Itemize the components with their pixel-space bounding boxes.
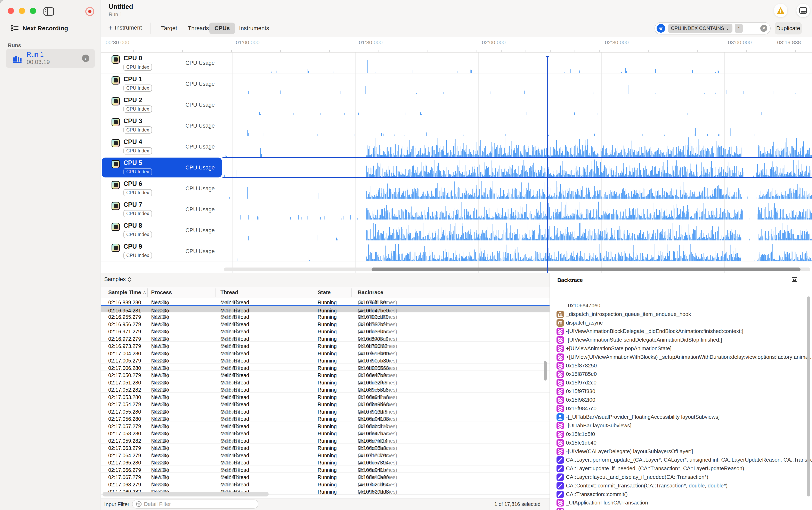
- table-row[interactable]: 02:17.058.280New.Do(11336)Main Thread0x1…: [101, 429, 549, 436]
- table-row[interactable]: 02:17.059.282New.Do(11336)Main Thread0x1…: [101, 436, 549, 444]
- cpu-usage-chart[interactable]: [222, 94, 812, 115]
- backtrace-frame[interactable]: -[_UITabBarVisualProvider_FloatingAccess…: [550, 413, 812, 422]
- table-row[interactable]: 02:17.066.279New.Do(11336)Main Thread0x1…: [101, 465, 549, 473]
- table-row[interactable]: 02:16.954.281New.Do(11336)Main Thread0x1…: [101, 305, 549, 313]
- tab-target[interactable]: Target: [156, 23, 182, 34]
- backtrace-frame[interactable]: _UIApplicationFlushCATransaction: [550, 499, 812, 507]
- cpu-usage-chart[interactable]: [222, 115, 812, 136]
- duplicate-button[interactable]: Duplicate: [775, 22, 802, 34]
- cpu-usage-chart[interactable]: [222, 74, 812, 94]
- table-row[interactable]: 02:17.055.280New.Do(11336)Main Thread0x1…: [101, 407, 549, 415]
- cpu-usage-chart[interactable]: [222, 53, 812, 74]
- samples-hscrollbar-thumb[interactable]: [102, 492, 269, 497]
- timeline-ruler[interactable]: 00:30.00001:00.00001:30.00002:00.00002:3…: [101, 37, 812, 53]
- table-row[interactable]: 02:17.005.279New.Do(11336)Main Thread0x1…: [101, 356, 549, 364]
- backtrace-frame[interactable]: CA::Layer::layout_and_display_if_needed(…: [550, 473, 812, 482]
- column-process[interactable]: Process: [151, 289, 172, 295]
- detail-filter-input[interactable]: Detail Filter: [132, 500, 258, 509]
- track-header[interactable]: CPU 1CPU IndexCPU Usage: [103, 74, 222, 94]
- cpu-usage-chart[interactable]: [222, 241, 812, 262]
- timeline-scrollbar-thumb[interactable]: [371, 267, 801, 271]
- backtrace-frame[interactable]: CA::Layer::update_if_needed_(CA::Transac…: [550, 464, 812, 473]
- table-row[interactable]: 02:16.956.279New.Do(11336)Main Thread0x1…: [101, 320, 549, 327]
- clear-filter-icon[interactable]: ✕: [760, 25, 767, 32]
- track-row-cpu-2[interactable]: CPU 2CPU IndexCPU Usage: [101, 94, 812, 115]
- backtrace-frame[interactable]: 0x15f9847c0: [550, 404, 812, 413]
- backtrace-frame[interactable]: +[UIViewAnimationState popAnimationState…: [550, 344, 812, 353]
- track-header[interactable]: CPU 3CPU IndexCPU Usage: [103, 115, 222, 136]
- track-row-cpu-7[interactable]: CPU 7CPU IndexCPU Usage: [101, 199, 812, 220]
- table-row[interactable]: 02:16.955.279New.Do(11336)Main Thread0x1…: [101, 312, 549, 320]
- table-row[interactable]: 02:17.056.280New.Do(11336)Main Thread0x1…: [101, 415, 549, 422]
- call-tree-view-icon[interactable]: [791, 277, 798, 284]
- track-row-cpu-0[interactable]: CPU 0CPU IndexCPU Usage: [101, 53, 812, 74]
- backtrace-frame[interactable]: [550, 507, 812, 510]
- backtrace-frame[interactable]: dispatch_async: [550, 319, 812, 328]
- cpu-usage-chart[interactable]: [222, 136, 812, 157]
- track-header[interactable]: CPU 7CPU IndexCPU Usage: [103, 199, 222, 220]
- table-row[interactable]: 02:17.006.280New.Do(11336)Main Thread0x1…: [101, 364, 549, 371]
- table-row[interactable]: 02:16.973.279New.Do(11336)Main Thread0x1…: [101, 342, 549, 349]
- samples-scrollbar-thumb[interactable]: [544, 361, 547, 380]
- table-row[interactable]: 02:17.065.280New.Do(11336)Main Thread0x1…: [101, 458, 549, 465]
- track-header[interactable]: CPU 2CPU IndexCPU Usage: [103, 94, 222, 115]
- backtrace-frame[interactable]: CA::Transaction::commit(): [550, 490, 812, 499]
- column-sample-time[interactable]: Sample Time ∧: [108, 289, 146, 295]
- run-info-icon[interactable]: i: [82, 55, 89, 62]
- table-row[interactable]: 02:17.004.280New.Do(11336)Main Thread0x1…: [101, 349, 549, 356]
- cpu-usage-chart[interactable]: [222, 157, 812, 178]
- add-instrument-button[interactable]: + Instrument: [108, 24, 142, 31]
- next-recording-item[interactable]: Next Recording: [11, 24, 68, 32]
- record-button[interactable]: [85, 7, 94, 16]
- backtrace-frame[interactable]: 0x15fc1db40: [550, 439, 812, 447]
- table-row[interactable]: 02:16.889.280New.Do(11336)Main Thread0x1…: [101, 298, 549, 305]
- track-row-cpu-8[interactable]: CPU 8CPU IndexCPU Usage: [101, 220, 812, 241]
- table-row[interactable]: 02:17.057.279New.Do(11336)Main Thread0x1…: [101, 422, 549, 429]
- cpu-usage-chart[interactable]: [222, 178, 812, 199]
- minimize-window-button[interactable]: [19, 8, 25, 14]
- backtrace-frame[interactable]: 0x15fc1d5f0: [550, 430, 812, 439]
- backtrace-frame[interactable]: -[UIViewAnimationBlockDelegate _didEndBl…: [550, 327, 812, 336]
- table-row[interactable]: 02:17.064.279New.Do(11336)Main Thread0x1…: [101, 451, 549, 458]
- track-header[interactable]: CPU 8CPU IndexCPU Usage: [103, 220, 222, 241]
- column-backtrace[interactable]: Backtrace: [358, 289, 383, 295]
- backtrace-frame[interactable]: 0x15f8785e0: [550, 370, 812, 379]
- table-row[interactable]: 02:17.063.279New.Do(11336)Main Thread0x1…: [101, 444, 549, 451]
- backtrace-frame[interactable]: -[UIView(CALayerDelegate) layoutSublayer…: [550, 447, 812, 456]
- track-header[interactable]: CPU 5CPU IndexCPU Usage: [103, 157, 222, 178]
- table-row[interactable]: 02:17.067.279New.Do(11336)Main Thread0x1…: [101, 473, 549, 480]
- column-state[interactable]: State: [318, 289, 331, 295]
- track-row-cpu-4[interactable]: CPU 4CPU IndexCPU Usage: [101, 136, 812, 157]
- track-row-cpu-6[interactable]: CPU 6CPU IndexCPU Usage: [101, 178, 812, 199]
- table-row[interactable]: 02:17.054.279New.Do(11336)Main Thread0x1…: [101, 400, 549, 407]
- backtrace-frame[interactable]: CA::Layer::perform_update_(CA::Layer*, C…: [550, 456, 812, 464]
- cpu-usage-chart[interactable]: [222, 220, 812, 241]
- track-row-cpu-1[interactable]: CPU 1CPU IndexCPU Usage: [101, 74, 812, 94]
- playhead[interactable]: [547, 58, 548, 273]
- backtrace-frame[interactable]: 0x106e47be0: [550, 302, 812, 310]
- backtrace-frame[interactable]: 0x15f97f330: [550, 387, 812, 396]
- table-row[interactable]: 02:17.051.280New.Do(11336)Main Thread0x1…: [101, 378, 549, 386]
- track-header[interactable]: CPU 4CPU IndexCPU Usage: [103, 136, 222, 157]
- track-row-cpu-3[interactable]: CPU 3CPU IndexCPU Usage: [101, 115, 812, 136]
- table-row[interactable]: 02:16.971.279New.Do(11336)Main Thread0x1…: [101, 327, 549, 334]
- cpu-usage-chart[interactable]: [222, 199, 812, 220]
- track-header[interactable]: CPU 6CPU IndexCPU Usage: [103, 178, 222, 199]
- track-header[interactable]: CPU 0CPU IndexCPU Usage: [103, 53, 222, 74]
- tab-cpus[interactable]: CPUs: [209, 23, 235, 34]
- backtrace-frame[interactable]: CA::Context::commit_transaction(CA::Tran…: [550, 482, 812, 490]
- table-row[interactable]: 02:17.052.282New.Do(11336)Main Thread0x1…: [101, 385, 549, 393]
- sidebar-toggle-icon[interactable]: [43, 7, 54, 16]
- track-row-cpu-5[interactable]: CPU 5CPU IndexCPU Usage: [101, 157, 812, 178]
- backtrace-frame[interactable]: _dispatch_introspection_queue_item_enque…: [550, 310, 812, 319]
- backtrace-frame[interactable]: -[UITabBar layoutSubviews]: [550, 422, 812, 430]
- column-thread[interactable]: Thread: [220, 289, 238, 295]
- close-window-button[interactable]: [8, 8, 14, 14]
- table-row[interactable]: 02:17.068.279New.Do(11336)Main Thread0x1…: [101, 480, 549, 487]
- backtrace-frame[interactable]: 0x15f878250: [550, 362, 812, 370]
- track-filter-field[interactable]: CPU INDEX CONTAINS ⌄ * ✕: [655, 22, 771, 34]
- table-row[interactable]: 02:16.972.279New.Do(11336)Main Thread0x1…: [101, 334, 549, 342]
- track-header[interactable]: CPU 9CPU IndexCPU Usage: [103, 241, 222, 262]
- filter-criteria-token[interactable]: CPU INDEX CONTAINS ⌄: [668, 24, 732, 33]
- playhead-handle[interactable]: [546, 56, 549, 59]
